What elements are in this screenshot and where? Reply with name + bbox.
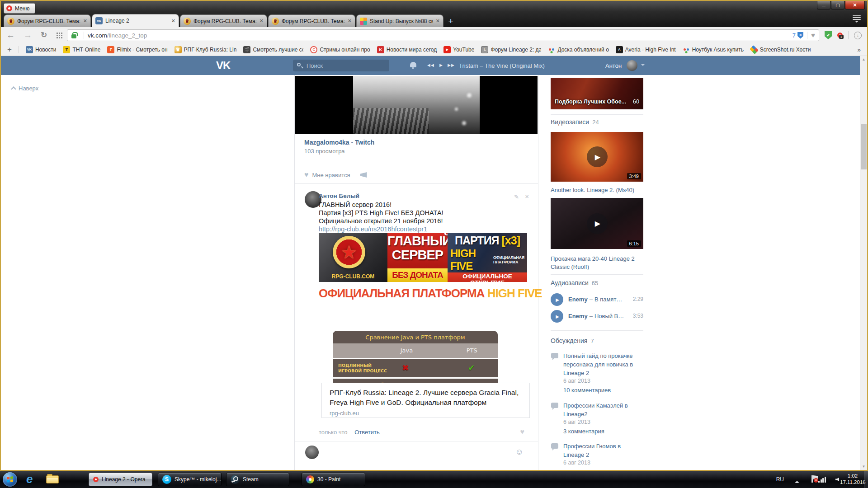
- post-video-thumbnail[interactable]: [295, 76, 538, 134]
- avatar[interactable]: [627, 60, 637, 71]
- bookmark-tnt-online[interactable]: ТНТ-Online: [63, 46, 100, 53]
- reload-button-icon[interactable]: [41, 30, 47, 40]
- address-bar[interactable]: vk.com/lineage_2_top 7: [67, 29, 819, 41]
- tab-menu-icon[interactable]: [853, 14, 861, 24]
- show-desktop-button[interactable]: [864, 471, 868, 488]
- sidebar-video-caption[interactable]: Another look. Lineage 2. (Ms40): [551, 186, 643, 194]
- bookmark-asus[interactable]: Ноутбук Asus купить: [683, 46, 744, 53]
- play-button-icon[interactable]: [587, 213, 608, 234]
- chevron-down-icon[interactable]: [641, 64, 645, 68]
- tab-standup[interactable]: Stand Up: Выпуск №88 см ✕: [356, 14, 443, 27]
- bookmark-novosti[interactable]: Новости: [26, 46, 56, 53]
- forward-button-icon[interactable]: [24, 30, 32, 40]
- taskbar-button-opera[interactable]: Lineage 2 - Opera: [89, 473, 152, 486]
- tab-forum-rpg-1[interactable]: Форум RPG-CLUB. Тема: Р ✕: [4, 14, 91, 27]
- action-center-flag-icon[interactable]: [811, 475, 813, 483]
- comment-like-heart-icon[interactable]: [520, 428, 525, 436]
- video-title-link[interactable]: Mazgalomo4ka - Twitch: [304, 139, 374, 146]
- like-heart-icon[interactable]: [304, 171, 309, 179]
- tab-close-icon[interactable]: ✕: [348, 18, 352, 24]
- audio-row[interactable]: Enemy–Новый В… 3:53: [551, 310, 643, 324]
- adblock-shield-icon[interactable]: [797, 32, 803, 39]
- bookmark-rpg-club[interactable]: РПГ-Клуб Russia: Lin: [175, 46, 237, 53]
- vk-logo[interactable]: VK: [216, 59, 230, 72]
- bookmark-averia[interactable]: Averia - High Five Int: [616, 46, 676, 53]
- url-text[interactable]: vk.com/lineage_2_top: [88, 32, 147, 39]
- share-megaphone-icon[interactable]: [360, 172, 367, 178]
- user-name[interactable]: Антон: [605, 62, 622, 69]
- close-button[interactable]: [845, 1, 865, 9]
- search-input[interactable]: [293, 60, 389, 71]
- speed-dial-icon[interactable]: [56, 32, 62, 38]
- delete-comment-icon[interactable]: [525, 192, 529, 200]
- sidebar-video-thumb[interactable]: 6:15: [551, 198, 643, 249]
- player-play-icon[interactable]: [439, 62, 443, 68]
- clock[interactable]: 1:02 17.11.2016: [840, 473, 865, 485]
- tab-close-icon[interactable]: ✕: [436, 18, 440, 24]
- audios-section-header[interactable]: Аудиозаписи65: [551, 279, 598, 286]
- bookmark-strimy[interactable]: Стримы онлайн про: [310, 46, 370, 53]
- opera-menu-button[interactable]: Меню: [4, 3, 35, 14]
- tab-close-icon[interactable]: ✕: [83, 18, 87, 24]
- tab-close-icon[interactable]: ✕: [259, 18, 264, 24]
- videos-section-header[interactable]: Видеозаписи24: [551, 118, 599, 126]
- bookmark-smotret[interactable]: Смотреть лучшие се: [243, 46, 303, 53]
- scrollbar[interactable]: ▲ ▼: [860, 56, 867, 470]
- extension-shield-check-icon[interactable]: [825, 31, 832, 39]
- minimize-button[interactable]: [817, 1, 830, 9]
- link-attachment[interactable]: РПГ-Клуб Russia: Lineage 2. Лучшие серве…: [321, 383, 530, 418]
- play-button-icon[interactable]: [587, 146, 608, 167]
- download-icon[interactable]: [854, 32, 862, 39]
- sidebar-video-thumb[interactable]: 3:49: [551, 132, 643, 182]
- bookmark-youtube[interactable]: YouTube: [443, 46, 474, 53]
- explorer-folder-icon[interactable]: [46, 475, 59, 483]
- new-tab-button[interactable]: [444, 15, 457, 27]
- edit-pencil-icon[interactable]: [514, 193, 519, 200]
- language-indicator[interactable]: RU: [776, 476, 784, 483]
- comment-author-link[interactable]: Антон Белый: [319, 192, 359, 199]
- bookmark-screenshot[interactable]: ScreenShot.ru Хостин: [750, 47, 811, 53]
- audio-row[interactable]: Enemy–В памят… 2:29: [551, 293, 643, 307]
- volume-icon[interactable]: [835, 478, 839, 481]
- tab-forum-rpg-3[interactable]: Форум RPG-CLUB. Тема: Р ✕: [268, 14, 355, 27]
- notifications-bell-icon[interactable]: [410, 62, 416, 67]
- scroll-down-icon[interactable]: ▼: [860, 465, 867, 469]
- rpg-club-banner-image[interactable]: RPG-CLUB.COM ГЛАВНЫЙ СЕРВЕР БЕЗ ДОНАТА П…: [319, 233, 527, 282]
- bookmark-filmix[interactable]: Filmix - Смотреть он: [107, 46, 167, 53]
- player-next-icon[interactable]: [447, 62, 454, 68]
- tab-forum-rpg-2[interactable]: Форум RPG-CLUB. Тема: Р ✕: [180, 14, 267, 27]
- attachment-title[interactable]: РПГ-Клуб Russia: Lineage 2. Лучшие серве…: [330, 388, 522, 408]
- tab-close-icon[interactable]: ✕: [171, 18, 175, 24]
- bookmarks-overflow-icon[interactable]: [857, 46, 861, 53]
- discussions-section-header[interactable]: Обсуждения7: [551, 337, 594, 344]
- tray-expand-icon[interactable]: [795, 479, 799, 483]
- add-bookmark-icon[interactable]: [7, 45, 12, 54]
- bookmark-forum-lineage[interactable]: Форум Lineage 2: дат: [481, 46, 541, 53]
- back-button-icon[interactable]: [6, 30, 15, 40]
- taskbar-button-steam[interactable]: Steam: [226, 473, 289, 486]
- comment-link[interactable]: http://rpg-club.eu/ns2016hfcontestpr1: [319, 225, 443, 233]
- taskbar-button-paint[interactable]: 30 - Paint: [302, 473, 365, 486]
- audio-play-icon[interactable]: [551, 293, 563, 306]
- maximize-button[interactable]: [831, 1, 844, 9]
- scroll-up-icon[interactable]: ▲: [860, 57, 867, 61]
- emoji-smiley-icon[interactable]: [515, 447, 524, 457]
- bookmark-heart-icon[interactable]: [811, 31, 815, 39]
- tab-lineage2-active[interactable]: Lineage 2 ✕: [92, 14, 179, 27]
- internet-explorer-icon[interactable]: [26, 472, 33, 486]
- audio-play-icon[interactable]: [551, 310, 563, 323]
- player-prev-icon[interactable]: [426, 62, 434, 68]
- taskbar-button-skype[interactable]: Skype™ - mikeloj...: [158, 473, 222, 486]
- reply-link[interactable]: Ответить: [354, 429, 380, 436]
- network-icon[interactable]: [818, 477, 826, 483]
- sidebar-video-caption[interactable]: Прокачка мага 20-40 Lineage 2 Classic (R…: [551, 255, 643, 271]
- featured-album[interactable]: Подборка Лучших Обое... 60: [551, 78, 643, 109]
- bookmark-novosti-mira[interactable]: Новости мира сегод: [377, 46, 437, 53]
- opera-extension-icon[interactable]: 1: [837, 33, 843, 38]
- like-label[interactable]: Мне нравится: [312, 172, 350, 178]
- comment-input[interactable]: [319, 445, 511, 460]
- bookmark-doska[interactable]: Доска объявлений о: [548, 46, 609, 53]
- back-to-top-link[interactable]: Наверх: [12, 85, 38, 92]
- start-button[interactable]: [3, 472, 17, 487]
- scrollbar-thumb[interactable]: [861, 124, 867, 169]
